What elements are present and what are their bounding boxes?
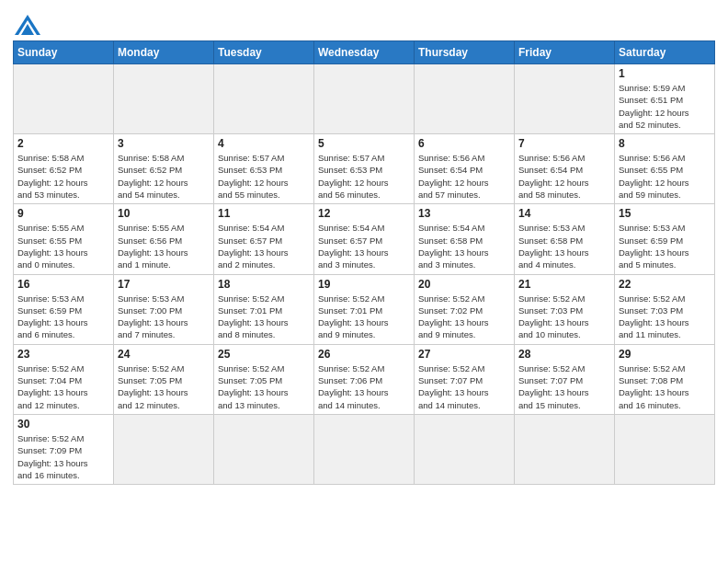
logo [13, 15, 40, 35]
day-info: Sunrise: 5:52 AM Sunset: 7:07 PM Dayligh… [418, 362, 510, 411]
day-number: 5 [318, 137, 410, 150]
calendar-cell: 27Sunrise: 5:52 AM Sunset: 7:07 PM Dayli… [415, 344, 515, 414]
day-number: 22 [619, 278, 711, 291]
day-info: Sunrise: 5:53 AM Sunset: 6:59 PM Dayligh… [619, 222, 711, 270]
calendar-cell: 29Sunrise: 5:52 AM Sunset: 7:08 PM Dayli… [615, 344, 715, 414]
calendar-cell: 16Sunrise: 5:53 AM Sunset: 6:59 PM Dayli… [14, 274, 114, 344]
calendar-cell: 22Sunrise: 5:52 AM Sunset: 7:03 PM Dayli… [615, 274, 715, 344]
calendar-cell: 15Sunrise: 5:53 AM Sunset: 6:59 PM Dayli… [615, 204, 715, 274]
weekday-header-saturday: Saturday [615, 41, 715, 64]
day-number: 4 [218, 137, 310, 150]
logo-icon [15, 15, 40, 35]
calendar-cell [415, 64, 515, 134]
calendar-cell: 26Sunrise: 5:52 AM Sunset: 7:06 PM Dayli… [314, 344, 415, 414]
day-info: Sunrise: 5:54 AM Sunset: 6:57 PM Dayligh… [318, 222, 410, 270]
calendar-cell: 23Sunrise: 5:52 AM Sunset: 7:04 PM Dayli… [14, 344, 114, 414]
day-info: Sunrise: 5:52 AM Sunset: 7:01 PM Dayligh… [318, 293, 410, 341]
day-info: Sunrise: 5:55 AM Sunset: 6:56 PM Dayligh… [118, 222, 210, 270]
day-number: 9 [17, 207, 109, 220]
calendar-cell [214, 64, 314, 134]
weekday-header-friday: Friday [515, 41, 615, 64]
weekday-header-wednesday: Wednesday [314, 41, 415, 64]
day-info: Sunrise: 5:56 AM Sunset: 6:54 PM Dayligh… [418, 152, 510, 201]
day-info: Sunrise: 5:52 AM Sunset: 7:01 PM Dayligh… [218, 293, 310, 341]
calendar-cell [14, 64, 114, 134]
calendar-cell: 24Sunrise: 5:52 AM Sunset: 7:05 PM Dayli… [114, 344, 214, 414]
calendar-cell [415, 414, 515, 484]
calendar-cell: 19Sunrise: 5:52 AM Sunset: 7:01 PM Dayli… [314, 274, 415, 344]
day-info: Sunrise: 5:52 AM Sunset: 7:02 PM Dayligh… [418, 293, 510, 341]
day-info: Sunrise: 5:55 AM Sunset: 6:55 PM Dayligh… [17, 222, 109, 270]
day-info: Sunrise: 5:54 AM Sunset: 6:57 PM Dayligh… [218, 222, 310, 270]
calendar-cell: 12Sunrise: 5:54 AM Sunset: 6:57 PM Dayli… [314, 204, 415, 274]
day-number: 26 [318, 348, 410, 361]
calendar-cell [615, 414, 715, 484]
day-number: 17 [118, 278, 210, 291]
calendar-week-row: 23Sunrise: 5:52 AM Sunset: 7:04 PM Dayli… [14, 344, 715, 414]
day-number: 13 [418, 207, 510, 220]
day-number: 19 [318, 278, 410, 291]
day-info: Sunrise: 5:52 AM Sunset: 7:07 PM Dayligh… [518, 362, 610, 411]
day-number: 1 [619, 67, 711, 80]
calendar-cell: 17Sunrise: 5:53 AM Sunset: 7:00 PM Dayli… [114, 274, 214, 344]
calendar-cell: 28Sunrise: 5:52 AM Sunset: 7:07 PM Dayli… [515, 344, 615, 414]
day-info: Sunrise: 5:57 AM Sunset: 6:53 PM Dayligh… [218, 152, 310, 201]
calendar-cell [314, 414, 415, 484]
day-number: 10 [118, 207, 210, 220]
calendar-week-row: 9Sunrise: 5:55 AM Sunset: 6:55 PM Daylig… [14, 204, 715, 274]
calendar-cell: 8Sunrise: 5:56 AM Sunset: 6:55 PM Daylig… [615, 134, 715, 204]
calendar-week-row: 16Sunrise: 5:53 AM Sunset: 6:59 PM Dayli… [14, 274, 715, 344]
day-number: 12 [318, 207, 410, 220]
calendar-cell: 10Sunrise: 5:55 AM Sunset: 6:56 PM Dayli… [114, 204, 214, 274]
day-number: 7 [518, 137, 610, 150]
day-info: Sunrise: 5:52 AM Sunset: 7:03 PM Dayligh… [518, 293, 610, 341]
day-info: Sunrise: 5:52 AM Sunset: 7:04 PM Dayligh… [17, 362, 109, 411]
calendar: SundayMondayTuesdayWednesdayThursdayFrid… [13, 40, 715, 485]
calendar-cell: 14Sunrise: 5:53 AM Sunset: 6:58 PM Dayli… [515, 204, 615, 274]
day-number: 3 [118, 137, 210, 150]
weekday-header-tuesday: Tuesday [214, 41, 314, 64]
calendar-week-row: 1Sunrise: 5:59 AM Sunset: 6:51 PM Daylig… [14, 64, 715, 134]
day-info: Sunrise: 5:53 AM Sunset: 6:59 PM Dayligh… [17, 293, 109, 341]
calendar-cell [114, 64, 214, 134]
calendar-cell: 2Sunrise: 5:58 AM Sunset: 6:52 PM Daylig… [14, 134, 114, 204]
day-info: Sunrise: 5:52 AM Sunset: 7:08 PM Dayligh… [619, 362, 711, 411]
calendar-cell [114, 414, 214, 484]
day-info: Sunrise: 5:56 AM Sunset: 6:54 PM Dayligh… [518, 152, 610, 201]
day-number: 21 [518, 278, 610, 291]
day-number: 6 [418, 137, 510, 150]
day-number: 11 [218, 207, 310, 220]
day-info: Sunrise: 5:53 AM Sunset: 6:58 PM Dayligh… [518, 222, 610, 270]
calendar-cell: 5Sunrise: 5:57 AM Sunset: 6:53 PM Daylig… [314, 134, 415, 204]
calendar-cell: 1Sunrise: 5:59 AM Sunset: 6:51 PM Daylig… [615, 64, 715, 134]
day-number: 2 [17, 137, 109, 150]
day-number: 20 [418, 278, 510, 291]
header [13, 9, 715, 35]
calendar-cell: 13Sunrise: 5:54 AM Sunset: 6:58 PM Dayli… [415, 204, 515, 274]
day-number: 25 [218, 348, 310, 361]
calendar-cell: 6Sunrise: 5:56 AM Sunset: 6:54 PM Daylig… [415, 134, 515, 204]
calendar-cell [314, 64, 415, 134]
day-number: 28 [518, 348, 610, 361]
calendar-cell: 4Sunrise: 5:57 AM Sunset: 6:53 PM Daylig… [214, 134, 314, 204]
day-info: Sunrise: 5:57 AM Sunset: 6:53 PM Dayligh… [318, 152, 410, 201]
weekday-header-row: SundayMondayTuesdayWednesdayThursdayFrid… [14, 41, 715, 64]
calendar-cell: 7Sunrise: 5:56 AM Sunset: 6:54 PM Daylig… [515, 134, 615, 204]
page: SundayMondayTuesdayWednesdayThursdayFrid… [0, 0, 728, 494]
weekday-header-thursday: Thursday [415, 41, 515, 64]
day-info: Sunrise: 5:52 AM Sunset: 7:06 PM Dayligh… [318, 362, 410, 411]
day-number: 15 [619, 207, 711, 220]
calendar-cell: 25Sunrise: 5:52 AM Sunset: 7:05 PM Dayli… [214, 344, 314, 414]
calendar-cell: 3Sunrise: 5:58 AM Sunset: 6:52 PM Daylig… [114, 134, 214, 204]
calendar-cell: 30Sunrise: 5:52 AM Sunset: 7:09 PM Dayli… [14, 414, 114, 484]
day-info: Sunrise: 5:58 AM Sunset: 6:52 PM Dayligh… [118, 152, 210, 201]
day-info: Sunrise: 5:54 AM Sunset: 6:58 PM Dayligh… [418, 222, 510, 270]
day-info: Sunrise: 5:52 AM Sunset: 7:09 PM Dayligh… [17, 432, 109, 481]
day-info: Sunrise: 5:52 AM Sunset: 7:05 PM Dayligh… [118, 362, 210, 411]
day-info: Sunrise: 5:56 AM Sunset: 6:55 PM Dayligh… [619, 152, 711, 201]
day-number: 29 [619, 348, 711, 361]
day-number: 30 [17, 418, 109, 431]
day-info: Sunrise: 5:52 AM Sunset: 7:05 PM Dayligh… [218, 362, 310, 411]
calendar-cell: 20Sunrise: 5:52 AM Sunset: 7:02 PM Dayli… [415, 274, 515, 344]
day-number: 18 [218, 278, 310, 291]
